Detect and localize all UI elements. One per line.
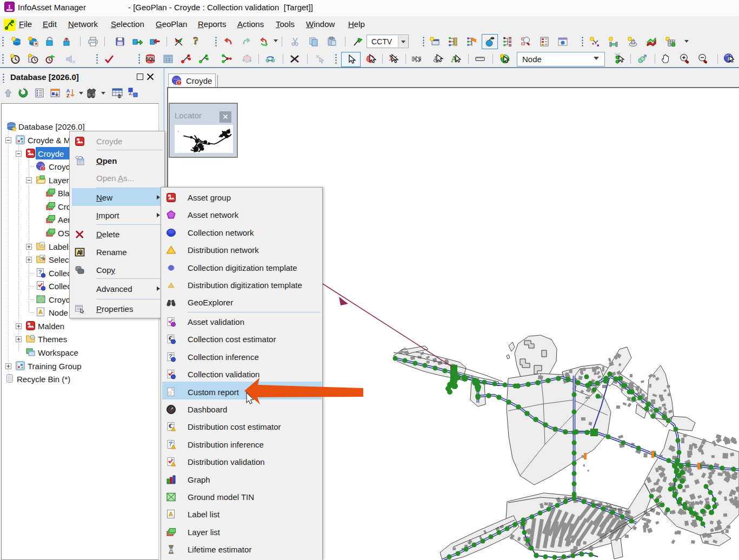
svg-text:SQL: SQL bbox=[145, 56, 155, 62]
svg-text:Al: Al bbox=[77, 249, 83, 256]
svg-text:?: ? bbox=[169, 441, 172, 447]
svg-text:A: A bbox=[38, 309, 43, 315]
svg-text:€: € bbox=[169, 423, 172, 429]
svg-text:I: I bbox=[8, 3, 10, 10]
svg-text:A: A bbox=[41, 243, 44, 248]
svg-text:A: A bbox=[169, 511, 173, 517]
svg-text:?: ? bbox=[193, 35, 198, 46]
